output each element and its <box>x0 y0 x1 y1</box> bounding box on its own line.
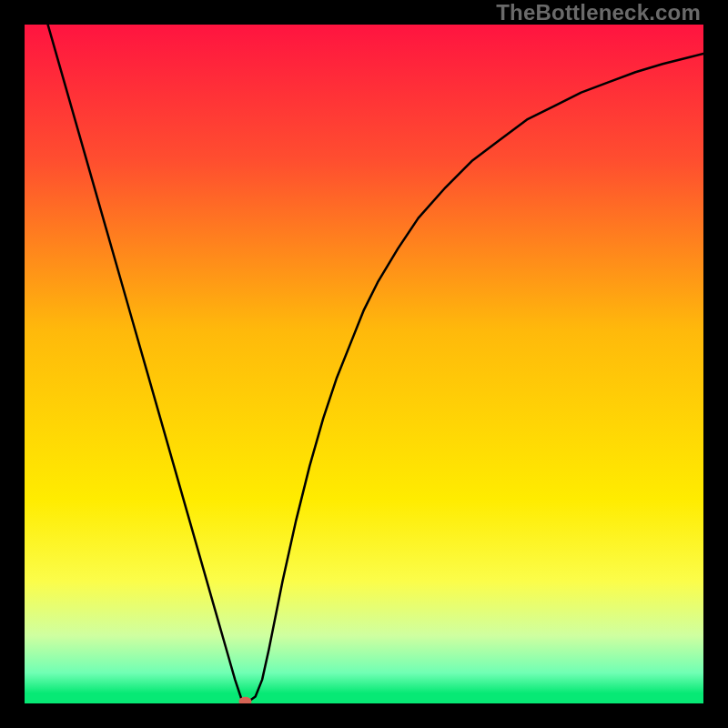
plot-svg <box>25 25 703 703</box>
plot-background <box>25 25 703 703</box>
plot-frame <box>25 25 703 703</box>
watermark-text: TheBottleneck.com <box>496 0 701 25</box>
